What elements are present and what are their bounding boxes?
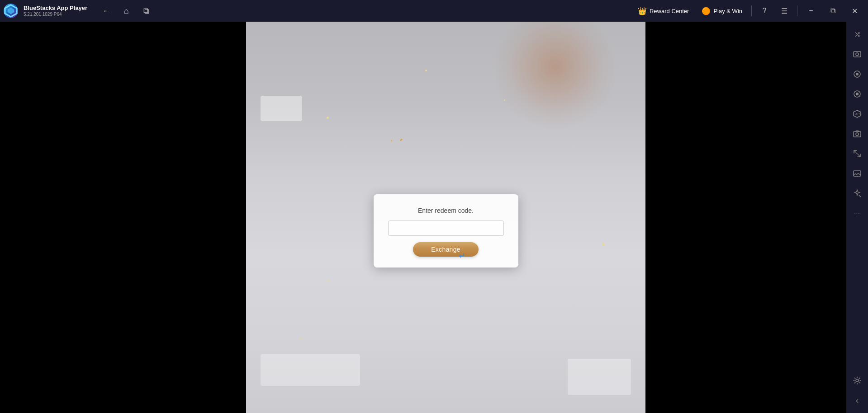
app-name: BlueStacks App Player [24, 5, 87, 12]
divider [751, 5, 752, 16]
play-win-label: Play & Win [713, 8, 742, 14]
reward-center-label: Reward Center [650, 8, 689, 14]
copy-button[interactable]: ⧉ [138, 3, 154, 19]
app-name-block: BlueStacks App Player 5.21.201.1029 P64 [24, 5, 87, 17]
svg-point-11 [856, 133, 859, 136]
crown-icon: 👑 [638, 7, 647, 15]
particle [504, 99, 505, 101]
screenshot-icon[interactable] [848, 45, 866, 63]
redeem-code-input[interactable] [388, 221, 504, 236]
coin-icon: 🟠 [702, 7, 711, 15]
bg-ui-element [261, 96, 302, 121]
settings-icon[interactable] [848, 371, 866, 390]
right-black-area [645, 22, 846, 413]
apk-icon[interactable]: APK [848, 105, 866, 123]
image-upload-icon[interactable] [848, 164, 866, 183]
titlebar: BlueStacks App Player 5.21.201.1029 P64 … [0, 0, 868, 22]
svg-rect-2 [854, 52, 861, 57]
more-icon[interactable]: ··· [848, 204, 866, 222]
photo-icon[interactable] [848, 125, 866, 143]
back-button[interactable]: ← [98, 3, 114, 19]
svg-marker-1 [8, 8, 14, 14]
divider2 [797, 5, 797, 16]
minimize-button[interactable]: − [801, 1, 821, 21]
particle [602, 243, 605, 245]
record-icon[interactable] [848, 85, 866, 103]
particle [300, 338, 302, 339]
bluestacks-logo [4, 4, 18, 18]
exchange-button[interactable]: Exchange [413, 242, 479, 257]
collapse-icon[interactable]: ‹ [848, 391, 866, 409]
left-black-area [0, 22, 246, 413]
nav-buttons: ← ⌂ ⧉ [98, 3, 154, 19]
expand-icon[interactable]: ⤮ [848, 25, 866, 43]
bg-ui-bottom-left [261, 354, 360, 386]
svg-rect-10 [854, 131, 861, 137]
restore-button[interactable]: ⧉ [823, 1, 843, 21]
svg-rect-13 [854, 171, 861, 176]
particle [327, 117, 329, 119]
camera-record-icon[interactable] [848, 65, 866, 83]
sidebar-right: ⤮ APK [846, 22, 868, 413]
svg-point-14 [856, 379, 859, 382]
redeem-dialog: Enter redeem code. ↵ Exchange [374, 194, 518, 268]
titlebar-right: 👑 Reward Center 🟠 Play & Win ? ☰ − ⧉ ✕ [632, 1, 864, 21]
reward-center-button[interactable]: 👑 Reward Center [632, 4, 694, 18]
svg-point-3 [856, 53, 859, 56]
star-wand-icon[interactable] [848, 184, 866, 202]
home-button[interactable]: ⌂ [118, 3, 134, 19]
play-win-button[interactable]: 🟠 Play & Win [696, 4, 748, 18]
particle [391, 140, 392, 141]
particle [425, 70, 427, 71]
particle [327, 280, 329, 282]
svg-rect-7 [856, 93, 859, 95]
main-area: Enter redeem code. ↵ Exchange [0, 22, 846, 413]
bg-ui-bottom-right [568, 359, 631, 395]
help-button[interactable]: ? [755, 2, 773, 20]
game-viewport[interactable]: Enter redeem code. ↵ Exchange [246, 22, 645, 413]
app-version: 5.21.201.1029 P64 [24, 12, 87, 17]
close-button[interactable]: ✕ [844, 1, 864, 21]
dialog-title: Enter redeem code. [418, 207, 474, 214]
resize-icon[interactable] [848, 145, 866, 163]
app-logo [0, 0, 22, 22]
menu-button[interactable]: ☰ [775, 2, 793, 20]
svg-point-5 [856, 73, 859, 75]
svg-text:APK: APK [855, 113, 862, 116]
